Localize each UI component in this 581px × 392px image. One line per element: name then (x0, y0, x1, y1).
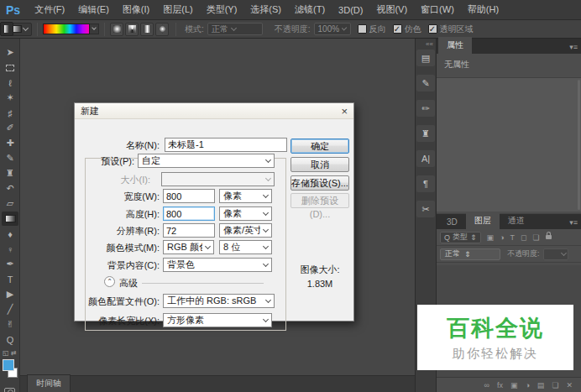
close-icon[interactable]: × (341, 106, 348, 117)
filter-adjustment-layers-icon[interactable]: ◑ (500, 233, 504, 242)
reflected-gradient-button[interactable] (140, 23, 154, 36)
default-colors-icon[interactable]: ◱ (3, 349, 9, 357)
lasso-tool[interactable]: ℓ (2, 76, 18, 90)
height-input[interactable] (163, 206, 215, 221)
new-layer-icon[interactable]: ❏ (552, 381, 558, 389)
menu-edit[interactable]: 编辑(E) (71, 3, 116, 16)
menu-help[interactable]: 帮助(H) (461, 3, 505, 16)
foreground-color-swatch[interactable] (3, 359, 14, 371)
save-preset-button[interactable]: 存储预设(S)... (290, 175, 349, 191)
tab-timeline[interactable]: 时间轴 (27, 374, 71, 392)
clone-stamp-tool[interactable]: ♜ (2, 166, 18, 180)
menu-3d[interactable]: 3D(D) (332, 5, 369, 15)
diamond-gradient-button[interactable] (155, 23, 169, 36)
radial-gradient-button[interactable] (110, 23, 123, 36)
separator (37, 23, 38, 36)
layer-opacity-select (543, 248, 568, 260)
color-profile-select[interactable]: 工作中的 RGB: sRGB IEC6196... (163, 294, 275, 308)
panel-menu-icon[interactable]: ▾≡ (569, 218, 578, 227)
paragraph-panel-icon[interactable]: ¶ (416, 175, 435, 192)
blend-mode-select[interactable]: 正常 ⇕ (440, 248, 500, 260)
angle-gradient-button[interactable] (125, 23, 139, 36)
gradient-tool[interactable] (2, 212, 18, 226)
resolution-input[interactable] (163, 223, 215, 238)
gradient-dropdown-button[interactable] (90, 24, 99, 34)
layer-mask-icon[interactable]: ▣ (510, 381, 518, 389)
tab-3d[interactable]: 3D (438, 215, 466, 229)
new-group-icon[interactable]: ▤ (537, 381, 545, 389)
gradient-preview[interactable] (43, 24, 90, 34)
dither-checkbox[interactable]: ✓ (393, 24, 402, 34)
history-brush-tool[interactable]: ↶ (2, 181, 18, 196)
menu-view[interactable]: 视图(V) (369, 3, 414, 16)
line-tool[interactable]: ╱ (2, 302, 18, 316)
dialog-titlebar[interactable]: 新建 × (75, 103, 353, 119)
type-tool[interactable]: T (2, 272, 18, 286)
menu-window[interactable]: 窗口(W) (414, 3, 461, 16)
quick-mask-button[interactable] (4, 388, 15, 392)
width-input[interactable] (163, 189, 215, 203)
pen-tool[interactable]: ✒ (2, 257, 18, 271)
tab-properties[interactable]: 属性 (438, 37, 472, 54)
blur-tool[interactable]: ♦ (2, 227, 18, 241)
layer-style-icon[interactable]: fx (497, 381, 503, 389)
menu-type[interactable]: 类型(Y) (200, 3, 244, 16)
cancel-button[interactable]: 取消 (290, 157, 349, 172)
filter-shape-layers-icon[interactable]: ◻ (521, 233, 526, 242)
brush-panel-icon[interactable]: ✎ (416, 75, 435, 91)
path-selection-tool[interactable]: ▶ (2, 287, 18, 301)
bit-depth-select[interactable]: 8 位 (219, 240, 272, 254)
delete-layer-icon[interactable]: ✕ (566, 381, 573, 389)
linear-gradient-button[interactable] (0, 22, 13, 36)
scrollbar[interactable] (578, 80, 580, 210)
swap-colors-icon[interactable]: ⇄ (11, 349, 17, 357)
height-unit-select[interactable]: 像素 (219, 206, 272, 221)
link-layers-icon[interactable]: ∞ (484, 381, 489, 389)
menu-select[interactable]: 选择(S) (243, 3, 288, 16)
adjustment-layer-icon[interactable]: ◑ (525, 381, 529, 389)
brush-settings-panel-icon[interactable]: ✏ (416, 100, 435, 117)
filter-pixel-layers-icon[interactable]: ▣ (487, 233, 495, 242)
advanced-toggle-icon[interactable]: ⌃ (104, 276, 115, 287)
transparency-checkbox[interactable]: ✓ (428, 24, 437, 34)
eyedropper-tool[interactable]: ✐ (2, 121, 18, 135)
preset-select[interactable]: 自定 (138, 154, 275, 168)
zoom-tool[interactable]: Q (2, 332, 18, 347)
marquee-tool[interactable] (2, 60, 18, 75)
resolution-unit-select[interactable]: 像素/英寸 (219, 223, 272, 238)
eraser-tool[interactable]: ▱ (2, 196, 18, 211)
background-select[interactable]: 背景色 (163, 258, 272, 272)
mode-select[interactable]: 正常 (207, 23, 263, 35)
menu-file[interactable]: 文件(F) (28, 3, 71, 16)
reverse-checkbox[interactable] (358, 24, 367, 34)
character-panel-icon[interactable]: A| (416, 150, 435, 167)
opacity-select[interactable]: 100% (314, 23, 351, 35)
menu-layer[interactable]: 图层(L) (156, 3, 199, 16)
brush-tool[interactable]: ✎ (2, 151, 18, 165)
tool-presets-panel-icon[interactable]: ✂ (416, 201, 435, 217)
color-mode-select[interactable]: RGB 颜色 (163, 240, 214, 254)
menu-image[interactable]: 图像(I) (116, 3, 156, 16)
filter-smart-objects-icon[interactable]: ❏ (533, 233, 540, 242)
tab-channels[interactable]: 通道 (500, 212, 533, 229)
crop-tool[interactable]: ♯ (2, 106, 18, 120)
clone-source-panel-icon[interactable]: ♜ (416, 125, 435, 142)
ok-button[interactable]: 确定 (290, 139, 349, 154)
healing-brush-tool[interactable]: ✚ (2, 136, 18, 150)
gradient-picker[interactable] (43, 24, 99, 34)
width-unit-select[interactable]: 像素 (219, 189, 272, 203)
move-tool[interactable]: ➤ (2, 45, 18, 60)
expand-dock-icon[interactable]: «« (416, 39, 436, 50)
name-input[interactable] (165, 138, 287, 152)
menu-filter[interactable]: 滤镜(T) (288, 3, 332, 16)
filter-lock-icon[interactable] (546, 235, 552, 239)
magic-wand-tool[interactable]: ✶ (2, 91, 18, 105)
dodge-tool[interactable]: ♀ (2, 242, 18, 256)
filter-kind-select[interactable]: Q 类型 ⇕ (440, 232, 481, 243)
tab-layers[interactable]: 图层 (466, 212, 500, 229)
hand-tool[interactable]: ✌ (2, 317, 18, 332)
panel-menu-icon[interactable]: ▾≡ (569, 43, 578, 51)
brush-presets-panel-icon[interactable]: ▤ (416, 50, 435, 66)
filter-type-layers-icon[interactable]: T (510, 233, 516, 242)
pixel-aspect-select[interactable]: 方形像素 (163, 313, 272, 327)
